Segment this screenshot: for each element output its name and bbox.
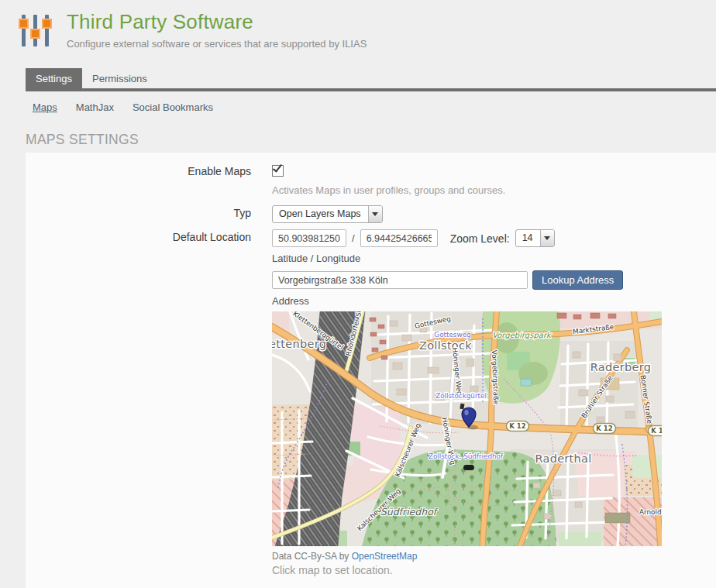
address-input[interactable] [272, 271, 528, 289]
map-type-value: Open Layers Maps [273, 206, 368, 222]
tab-bar: Settings Permissions [26, 68, 716, 91]
settings-form: Enable Maps Activates Maps in user profi… [26, 153, 716, 588]
svg-text:K 12: K 12 [651, 427, 662, 435]
map-type-row: Typ Open Layers Maps [26, 205, 716, 223]
map-label: Zollstock [419, 339, 472, 352]
tab-permissions[interactable]: Permissions [82, 68, 157, 88]
tab-settings[interactable]: Settings [26, 68, 82, 88]
map-label: Raderthal [535, 452, 591, 465]
openstreetmap-link[interactable]: OpenStreetMap [352, 551, 418, 562]
map-container[interactable]: K 12K 12K 12KlettenberggürtelRhöndorfer … [272, 311, 662, 546]
attribution-text: Data CC-By-SA by [272, 551, 349, 562]
third-party-software-icon [18, 12, 53, 50]
zoom-level-label: Zoom Level: [450, 232, 510, 245]
enable-maps-help: Activates Maps in user profiles, groups … [272, 184, 505, 196]
address-help: Address [272, 295, 662, 307]
svg-text:K 12: K 12 [596, 425, 612, 432]
map-label: Vorgebirgspark [492, 331, 552, 340]
address-row: Lookup Address Address [26, 270, 716, 576]
road-ref-badge: K 12 [594, 424, 616, 434]
page-subtitle: Configure external software or services … [67, 38, 367, 50]
subtab-bar: Maps MathJax Social Bookmarks [0, 91, 716, 113]
page-title: Third Party Software [67, 11, 367, 34]
map-label: Gottesweg [434, 331, 470, 339]
lat-lon-help: Latitude / Longitude [272, 253, 555, 264]
longitude-input[interactable] [360, 229, 438, 247]
section-title: MAPS SETTINGS [26, 132, 716, 148]
zoom-level-select[interactable]: 14 [515, 229, 555, 247]
default-location-label: Default Location [26, 229, 272, 243]
default-location-row: Default Location / Zoom Level: 14 Latitu… [26, 229, 716, 264]
svg-text:K 12: K 12 [509, 422, 525, 430]
zoom-level-value: 14 [516, 230, 540, 246]
address-spacer [26, 270, 272, 272]
enable-maps-row: Enable Maps Activates Maps in user profi… [26, 163, 716, 196]
chevron-down-icon [368, 206, 382, 222]
road-ref-badge: K 12 [649, 426, 663, 436]
subtab-maps[interactable]: Maps [33, 101, 57, 113]
map-label: ettenberg [272, 338, 326, 350]
latitude-input[interactable] [272, 229, 346, 247]
map-type-select[interactable]: Open Layers Maps [272, 205, 383, 223]
map-label: Zollstockgürtel [435, 392, 487, 400]
chevron-down-icon [540, 230, 554, 246]
page-header: Third Party Software Configure external … [0, 0, 716, 50]
lookup-address-button[interactable]: Lookup Address [532, 270, 623, 290]
map-attribution: Data CC-By-SA by OpenStreetMap [272, 551, 662, 562]
road-ref-badge: K 12 [507, 421, 529, 432]
map-label: Raderberg [590, 361, 651, 373]
map-label: Südfriedhof [380, 506, 439, 518]
enable-maps-label: Enable Maps [26, 163, 272, 177]
map-hint: Click map to set location. [272, 564, 662, 576]
subtab-social-bookmarks[interactable]: Social Bookmarks [133, 101, 213, 113]
lat-lon-separator: / [346, 232, 360, 244]
map-label: Zollstock, Südfriedhof [429, 452, 504, 460]
page: Third Party Software Configure external … [0, 0, 716, 588]
subtab-mathjax[interactable]: MathJax [76, 101, 114, 113]
map-type-label: Typ [26, 205, 272, 219]
enable-maps-checkbox[interactable] [272, 165, 284, 177]
map-label: Arnoldsh [639, 508, 662, 516]
map-image[interactable]: K 12K 12K 12KlettenberggürtelRhöndorfer … [272, 311, 662, 546]
